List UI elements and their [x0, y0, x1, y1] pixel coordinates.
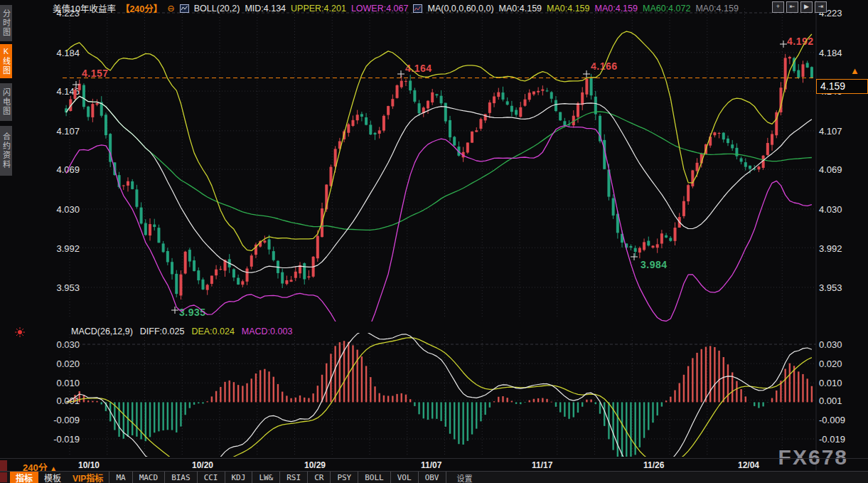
sidebar: 分时图 K线图 闪电图 合约资料: [0, 0, 12, 483]
scale-left-icon[interactable]: ⇤: [786, 1, 798, 13]
sidebar-tab-lightning[interactable]: 闪电图: [0, 83, 12, 121]
boll-upper-value: UPPER:4.201: [291, 4, 346, 14]
toolbar-cr-button[interactable]: CR: [307, 472, 330, 483]
toolbar-indicator-button[interactable]: 指标: [10, 472, 38, 483]
boll-label: BOLL(20,2): [194, 4, 240, 14]
sidebar-tab-kline[interactable]: K线图: [0, 44, 12, 78]
ma-label: MA(0,0,0,60,0,0): [427, 4, 493, 14]
alert-dot-icon[interactable]: [14, 327, 26, 338]
toolbar-kdj-button[interactable]: KDJ: [225, 472, 252, 483]
price-up-arrow-icon: ▲: [850, 66, 859, 75]
pan-icon[interactable]: +: [772, 1, 784, 13]
macd-diff-value: DIFF:0.025: [140, 327, 185, 336]
instrument-title: 美债10年收益率: [53, 2, 116, 14]
toolbar-boll-button[interactable]: BOLL: [358, 472, 390, 483]
ma-chart-icon[interactable]: [413, 4, 422, 13]
left-edge-marker: [0, 472, 7, 482]
sidebar-tab-contract-info[interactable]: 合约资料: [0, 126, 12, 176]
ma0-gray-value: MA0:4.159: [695, 4, 738, 14]
indicator-toolbar: 指标 模板 VIP指标 MA MACD BIAS CCI KDJ LW& RSI…: [0, 471, 868, 483]
macd-header: MACD(26,12,9) DIFF:0.025 DEA:0.024 MACD:…: [71, 327, 292, 336]
current-price-tag: 4.159: [816, 79, 868, 94]
toolbar-obv-button[interactable]: OBV: [418, 472, 446, 483]
ma0-yellow-value: MA0:4.159: [547, 4, 589, 14]
date-axis: [0, 458, 868, 472]
toolbar-vol-button[interactable]: VOL: [390, 472, 418, 483]
macd-label: MACD(26,12,9): [71, 327, 133, 336]
chart-header: 美债10年收益率 【240分】 ⊖ BOLL(20,2) MID:4.134 U…: [53, 2, 772, 14]
left-edge-marker: [0, 460, 7, 471]
boll-mid-value: MID:4.134: [245, 4, 286, 14]
period-label[interactable]: 【240分】: [121, 2, 162, 14]
toolbar-settings-button[interactable]: 设置: [451, 472, 479, 483]
toolbar-rsi-button[interactable]: RSI: [279, 472, 307, 483]
candlestick-chart[interactable]: [0, 0, 868, 483]
boll-chart-icon[interactable]: [180, 4, 189, 13]
shift-right-icon[interactable]: ⇥: [815, 1, 827, 13]
sidebar-tab-timeshare[interactable]: 分时图: [0, 5, 12, 41]
toolbar-bias-button[interactable]: BIAS: [164, 472, 197, 483]
toolbar-macd-button[interactable]: MACD: [132, 472, 165, 483]
ma0-magenta-value: MA0:4.159: [595, 4, 638, 14]
window-controls: + ⇤ ▶ ⇥: [772, 1, 827, 13]
toolbar-cci-button[interactable]: CCI: [197, 472, 225, 483]
macd-macd-value: MACD:0.003: [242, 327, 293, 336]
boll-lower-value: LOWER:4.067: [351, 4, 409, 14]
toolbar-template-button[interactable]: 模板: [38, 472, 67, 483]
toolbar-vip-button[interactable]: VIP指标: [67, 472, 109, 483]
ma0-white-value: MA0:4.159: [499, 4, 542, 14]
toolbar-psy-button[interactable]: PSY: [330, 472, 358, 483]
toolbar-lw-button[interactable]: LW&: [252, 472, 279, 483]
collapse-icon[interactable]: ⊖: [167, 3, 174, 14]
ma60-value: MA60:4.072: [643, 4, 690, 14]
toolbar-ma-button[interactable]: MA: [109, 472, 132, 483]
macd-dea-value: DEA:0.024: [191, 327, 234, 336]
scale-right-icon[interactable]: ▶: [800, 1, 813, 13]
